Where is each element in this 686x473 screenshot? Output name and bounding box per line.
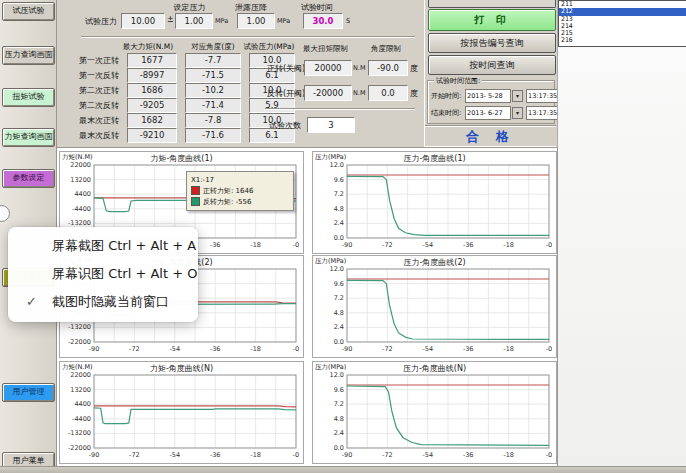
svg-text:-90: -90 [89,345,100,353]
query-by-time-button[interactable]: 按时间查询 [428,55,556,75]
sidebar-button-7[interactable]: 用户管理 [2,383,55,402]
start-time-field[interactable]: 13:17:35 [526,89,558,103]
end-time-row: 结束时间: 2013- 6-27 ▾ 13:17:35 ▲▼ [431,106,566,119]
context-menu-item[interactable]: ✓截图时隐藏当前窗口 [8,288,198,316]
sidebar-button-1[interactable]: 试压试验 [2,2,55,21]
table-row: 第二次正转1686-10.210.0 [69,83,295,98]
sidebar-button-3[interactable]: 扭矩试验 [2,88,55,107]
screenshot-context-menu: 屏幕截图 Ctrl + Alt + A屏幕识图 Ctrl + Alt + O✓截… [8,227,198,322]
sidebar-button-2[interactable]: 压力查询画面 [2,46,55,65]
row-label: 第二次反转 [69,100,119,111]
reverse-angle-limit-input[interactable]: 0.0 [368,85,408,101]
table-row: 最末次正转1682-7.810.0 [69,113,295,128]
test-time-input[interactable]: 30.0 [303,13,343,29]
svg-text:4400: 4400 [74,400,91,408]
svg-text:-0: -0 [546,451,552,459]
report-list-item[interactable]: 214 [559,23,686,30]
checkmark-icon: ✓ [26,288,37,316]
test-pressure-input[interactable]: 10.00 [121,13,165,29]
angle-cell: -10.2 [185,83,241,98]
partially-visible-button[interactable] [428,0,556,8]
svg-text:9.6: 9.6 [334,176,344,184]
report-number-list[interactable]: 211212213214215216 [558,0,686,47]
leak-drop-label: 泄露压降 [235,2,267,13]
chart-pressure-1: -90-72-54-36-18-012.09.67.24.82.40.0压力-角… [312,151,557,254]
chart-canvas: -90-72-54-36-18-022000132004400-4400-132… [60,362,303,463]
svg-text:-36: -36 [463,451,474,459]
forward-torque-limit-input[interactable]: 20000 [304,60,352,76]
tooltip-reverse-torque: 反转力矩: -556 [203,197,251,207]
svg-text:-72: -72 [129,451,140,459]
row-label: 第二次正转 [69,85,119,96]
end-date-field[interactable]: 2013- 6-27 [465,106,511,120]
svg-text:-4400: -4400 [72,205,91,213]
report-list-item[interactable]: 216 [559,37,686,44]
end-time-field[interactable]: 13:17:35 [526,106,558,120]
chart-y-axis-label: 力矩(N.M) [62,153,93,162]
angle-cell: -71.6 [185,128,241,143]
report-list-item[interactable]: 211 [559,1,686,8]
reverse-open-label: 反转(开阀) [267,88,305,99]
svg-text:4.8: 4.8 [334,309,344,317]
angle-limit-header: 角度限制 [371,44,401,54]
window-bottom-edge [0,466,686,473]
svg-text:-72: -72 [129,345,140,353]
svg-text:-36: -36 [463,241,474,249]
svg-text:13200: 13200 [70,386,91,394]
start-date-dropdown-icon[interactable]: ▾ [512,90,523,102]
leak-drop-input[interactable]: 1.00 [237,13,275,29]
report-list-item[interactable]: 212 [559,8,686,15]
tooltip-x-value: X1:-17 [191,174,289,185]
report-list-item[interactable]: 215 [559,30,686,37]
angle-cell: -7.8 [185,113,241,128]
chart-y-axis-label: 压力(MPa) [315,363,346,372]
svg-text:-18: -18 [503,241,514,249]
svg-text:7.2: 7.2 [334,190,344,198]
test-count-input[interactable]: 3 [307,117,355,133]
svg-text:0.0: 0.0 [334,234,344,242]
chart-y-axis-label: 压力(MPa) [315,257,346,266]
svg-text:-36: -36 [463,345,474,353]
chart-title: 力矩-角度曲线(N) [60,363,303,374]
svg-text:-0: -0 [293,451,299,459]
context-menu-item[interactable]: 屏幕截图 Ctrl + Alt + A [8,232,198,260]
degree-unit-1: 度 [410,63,418,74]
time-range-groupbox: 试验时间范围: 开始时间: 2013- 5-28 ▾ 13:17:35 ▲▼ 结… [427,80,555,124]
chart-title: 压力-角度曲线(N) [313,363,556,374]
svg-text:-0: -0 [546,241,552,249]
nm-unit-2: N.M [353,89,366,97]
query-by-report-button[interactable]: 按报告编号查询 [428,33,556,53]
svg-text:-90: -90 [342,451,353,459]
sidebar-button-4[interactable]: 力矩查询画面 [2,128,55,147]
svg-text:-18: -18 [503,451,514,459]
row-label: 最末次正转 [69,115,119,126]
forward-close-label: 正转(关阀) [267,63,305,74]
tooltip-forward-torque: 正转力矩: 1646 [203,186,253,196]
context-menu-item[interactable]: 屏幕识图 Ctrl + Alt + O [8,260,198,288]
plus-minus-label: ± [167,15,174,24]
start-date-field[interactable]: 2013- 5-28 [465,89,511,103]
col-header-torque: 最大力矩(N.M) [117,42,179,52]
svg-text:-90: -90 [342,241,353,249]
mpa-unit-1: MPa [215,17,228,25]
max-torque-cell: 1682 [127,113,177,128]
results-table: 第一次正转1677-7.710.0第一次反转-8997-71.56.1第二次正转… [69,53,295,143]
svg-text:-36: -36 [210,451,221,459]
svg-text:-72: -72 [382,451,393,459]
settings-panel: 设定压力 试验压力 10.00 ± 1.00 MPa 泄露压降 1.00 MPa… [57,0,424,147]
query-panel: 打 印 按报告编号查询 按时间查询 试验时间范围: 开始时间: 2013- 5-… [424,0,557,147]
print-button[interactable]: 打 印 [428,9,556,31]
forward-angle-limit-input[interactable]: -90.0 [368,60,408,76]
svg-text:-18: -18 [250,241,261,249]
svg-text:-36: -36 [210,345,221,353]
reverse-torque-limit-input[interactable]: -20000 [304,85,352,101]
tolerance-input[interactable]: 1.00 [175,13,213,29]
report-list-item[interactable]: 213 [559,16,686,23]
max-torque-cell: -8997 [127,68,177,83]
max-torque-cell: 1686 [127,83,177,98]
separator [265,108,415,110]
end-date-dropdown-icon[interactable]: ▾ [512,107,523,119]
svg-text:-72: -72 [382,345,393,353]
sidebar-button-5[interactable]: 参数设定 [2,169,55,188]
svg-text:-54: -54 [422,451,433,459]
